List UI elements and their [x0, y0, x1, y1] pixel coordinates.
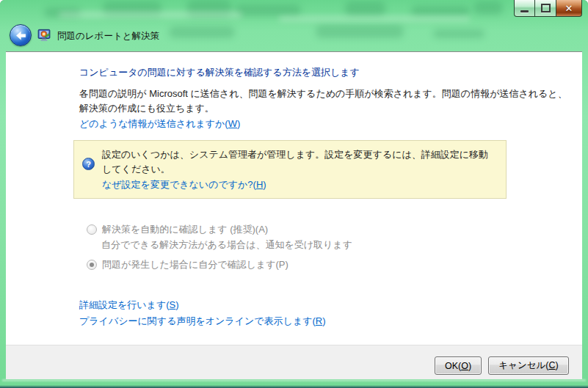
access-key: H — [256, 179, 263, 190]
glass-blur-blob — [411, 6, 470, 16]
advanced-settings-link[interactable]: 詳細設定を行います(S) — [79, 299, 562, 312]
radio-option-description: 自分でできる解決方法がある場合は、通知を受け取ります — [101, 238, 562, 252]
maximize-button[interactable] — [535, 0, 556, 17]
what-info-is-sent-link[interactable]: どのような情報が送信されますか(W) — [79, 117, 562, 131]
glass-highlight-streak — [59, 12, 242, 18]
link-text: プライバシーに関する声明をオンラインで表示します( — [79, 315, 316, 326]
option-label: 解決策を自動的に確認します (推奨)(A) — [102, 223, 268, 236]
option-label: 問題が発生した場合に自分で確認します(P) — [102, 258, 288, 271]
link-text: ) — [237, 118, 240, 129]
glass-blur-blob — [235, 4, 301, 16]
minimize-icon — [520, 10, 529, 12]
link-text: なぜ設定を変更できないのですか?( — [102, 179, 256, 190]
radio-option-auto-check[interactable]: 解決策を自動的に確認します (推奨)(A) — [87, 223, 562, 236]
help-icon: ? — [82, 158, 95, 170]
navigation-header: 問題のレポートと解決策 — [0, 22, 588, 51]
dialog-footer: OK(O) キャンセル(C) — [6, 345, 582, 379]
glass-blur-blob — [473, 1, 503, 15]
cancel-button[interactable]: キャンセル(C) — [488, 356, 569, 375]
close-icon: ✕ — [565, 4, 573, 13]
link-text: ) — [263, 179, 266, 190]
link-text: ) — [322, 315, 325, 326]
link-text: どのような情報が送信されますか( — [79, 118, 228, 129]
link-text: 詳細設定を行います( — [79, 299, 170, 310]
radio-button-icon — [87, 224, 97, 235]
access-key: S — [170, 299, 176, 310]
access-key: W — [228, 118, 237, 129]
dialog-body: コンピュータの問題に対する解決策を確認する方法を選択します 各問題の説明が Mi… — [6, 51, 582, 345]
back-button[interactable] — [10, 24, 32, 46]
ok-button[interactable]: OK(O) — [435, 356, 482, 375]
app-icon — [37, 29, 51, 42]
admin-notice-box: ? 設定のいくつかは、システム管理者が管理します。設定を変更するには、詳細設定に… — [73, 140, 507, 199]
glass-blur-blob — [345, 1, 385, 16]
window-controls: ✕ — [514, 0, 582, 17]
window-title: 問題のレポートと解決策 — [57, 30, 159, 43]
minimize-button[interactable] — [514, 0, 535, 17]
solution-check-options: 解決策を自動的に確認します (推奨)(A) 自分でできる解決方法がある場合は、通… — [87, 223, 562, 271]
page-title: コンピュータの問題に対する解決策を確認する方法を選択します — [79, 66, 562, 79]
problem-reports-and-solutions-window: ✕ 問題のレポートと解決策 コンピュータの問題に対する解決策を確認する方法を選択… — [0, 0, 588, 388]
help-glyph: ? — [86, 157, 91, 172]
frame-bottom-shine — [2, 379, 586, 381]
privacy-statement-link[interactable]: プライバシーに関する声明をオンラインで表示します(R) — [79, 315, 562, 328]
description-text: 各問題の説明が Microsoft に送信され、問題を解決するための手順が検索さ… — [79, 87, 567, 116]
maximize-icon — [541, 4, 551, 12]
radio-button-icon — [87, 260, 97, 270]
radio-option-manual-check[interactable]: 問題が発生した場合に自分で確認します(P) — [87, 258, 562, 271]
back-arrow-icon — [15, 29, 27, 42]
admin-notice-text: 設定のいくつかは、システム管理者が管理します。設定を変更するには、詳細設定に移動… — [102, 147, 496, 177]
glass-highlight-streak — [279, 16, 470, 21]
frame-bottom-edge — [0, 385, 588, 388]
link-text: ) — [175, 299, 178, 310]
close-button[interactable]: ✕ — [556, 0, 582, 17]
why-cant-change-settings-link[interactable]: なぜ設定を変更できないのですか?(H) — [102, 177, 266, 192]
access-key: R — [316, 315, 322, 326]
